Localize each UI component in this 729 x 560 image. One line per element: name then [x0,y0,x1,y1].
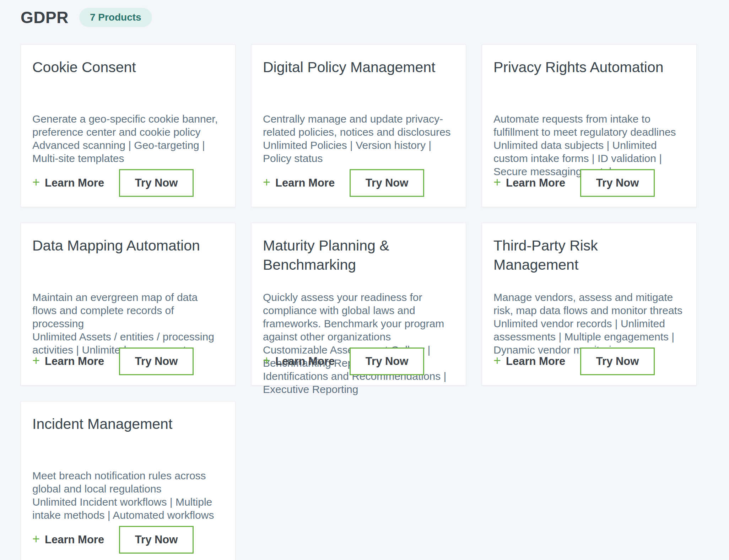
product-summary: Manage vendors, assess and mitigate risk… [493,291,685,317]
product-description: Generate a geo-specific cookie banner, p… [32,112,224,165]
product-features: Unlimited Incident workflows | Multiple … [32,495,224,522]
product-title: Privacy Rights Automation [493,58,685,112]
product-card: Cookie Consent Generate a geo-specific c… [21,44,236,207]
plus-icon: + [32,533,40,545]
try-now-button[interactable]: Try Now [119,169,194,197]
product-title: Third-Party Risk Management [493,236,685,291]
product-card: Data Mapping Automation Maintain an ever… [21,223,236,386]
try-now-button[interactable]: Try Now [580,169,655,197]
page-title: GDPR [21,8,69,27]
product-count-badge: 7 Products [79,8,152,27]
learn-more-link[interactable]: + Learn More [32,533,104,546]
product-description: Automate requests from intake to fulfill… [493,112,685,178]
product-summary: Quickly assess your readiness for compli… [263,291,454,343]
learn-more-label: Learn More [45,355,104,368]
product-card: Incident Management Meet breach notifica… [21,401,236,560]
try-now-button[interactable]: Try Now [350,169,424,197]
try-now-button[interactable]: Try Now [119,348,194,375]
learn-more-link[interactable]: + Learn More [493,355,565,368]
product-card: Digital Policy Management Centrally mana… [251,44,466,207]
card-footer: + Learn More Try Now [493,348,685,375]
card-footer: + Learn More Try Now [263,348,454,375]
product-description: Meet breach notification rules across gl… [32,469,224,522]
product-description: Quickly assess your readiness for compli… [263,291,454,396]
product-title: Data Mapping Automation [32,236,224,291]
plus-icon: + [493,176,501,189]
learn-more-link[interactable]: + Learn More [263,355,335,368]
product-title: Digital Policy Management [263,58,454,112]
product-card: Third-Party Risk Management Manage vendo… [482,223,697,386]
try-now-button[interactable]: Try Now [580,348,655,375]
product-title: Incident Management [32,414,224,469]
plus-icon: + [32,354,40,367]
learn-more-label: Learn More [45,533,104,546]
learn-more-label: Learn More [506,177,565,189]
product-summary: Automate requests from intake to fulfill… [493,112,685,139]
learn-more-link[interactable]: + Learn More [32,177,104,189]
learn-more-label: Learn More [275,355,335,368]
product-summary: Centrally manage and update privacy-rela… [263,112,454,139]
plus-icon: + [263,354,270,367]
try-now-button[interactable]: Try Now [119,526,194,554]
card-footer: + Learn More Try Now [32,169,224,197]
product-features: Unlimited Policies | Version history | P… [263,139,454,165]
product-description: Manage vendors, assess and mitigate risk… [493,291,685,356]
product-summary: Meet breach notification rules across gl… [32,469,224,495]
learn-more-label: Learn More [45,177,104,189]
product-features: Advanced scanning | Geo-targeting | Mult… [32,139,224,165]
product-title: Cookie Consent [32,58,224,112]
learn-more-label: Learn More [275,177,335,189]
product-description: Maintain an evergreen map of data flows … [32,291,224,356]
card-footer: + Learn More Try Now [263,169,454,197]
card-footer: + Learn More Try Now [32,348,224,375]
card-footer: + Learn More Try Now [32,526,224,554]
try-now-button[interactable]: Try Now [350,348,424,375]
product-summary: Generate a geo-specific cookie banner, p… [32,112,224,139]
plus-icon: + [263,176,270,189]
plus-icon: + [493,354,501,367]
product-grid: Cookie Consent Generate a geo-specific c… [21,44,697,560]
product-title: Maturity Planning & Benchmarking [263,236,454,291]
card-footer: + Learn More Try Now [493,169,685,197]
product-card: Maturity Planning & Benchmarking Quickly… [251,223,466,386]
product-summary: Maintain an evergreen map of data flows … [32,291,224,330]
page-header: GDPR 7 Products [21,8,729,27]
learn-more-link[interactable]: + Learn More [32,355,104,368]
plus-icon: + [32,176,40,189]
learn-more-link[interactable]: + Learn More [263,177,335,189]
learn-more-label: Learn More [506,355,565,368]
product-card: Privacy Rights Automation Automate reque… [482,44,697,207]
product-description: Centrally manage and update privacy-rela… [263,112,454,165]
learn-more-link[interactable]: + Learn More [493,177,565,189]
